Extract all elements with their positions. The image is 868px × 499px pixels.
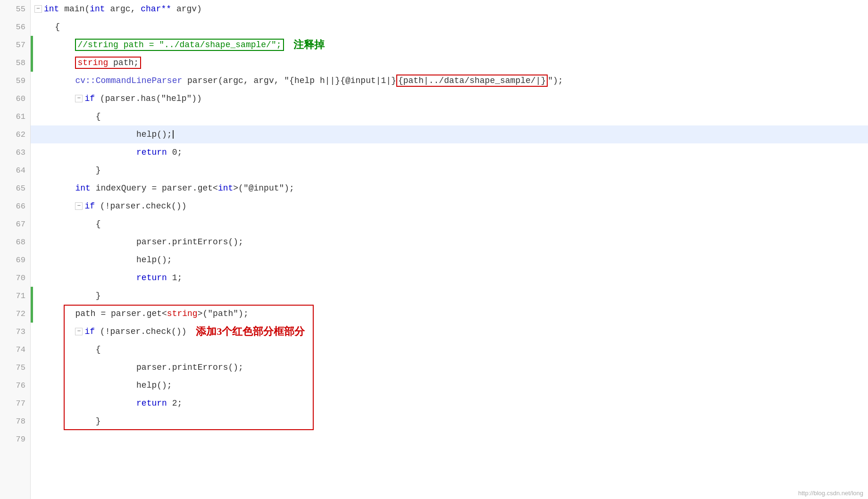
green-bar-58 xyxy=(31,54,33,72)
line-num-61: 61 xyxy=(0,108,30,125)
annotation-red-label: 添加3个红色部分框部分 xyxy=(196,324,305,339)
line-num-75: 75 xyxy=(0,358,30,376)
line-num-69: 69 xyxy=(0,251,30,269)
code-line-60: − if (parser.has("help")) xyxy=(31,90,868,108)
kw-int-55: int xyxy=(44,4,59,14)
line-num-78: 78 xyxy=(0,412,30,430)
main-sig: main( xyxy=(64,4,90,14)
code-line-59: cv::CommandLineParser parser(argc, argv,… xyxy=(31,72,868,90)
fold-icon-73[interactable]: − xyxy=(75,328,83,335)
code-line-56: { xyxy=(31,18,868,36)
line-num-58: 58 xyxy=(0,54,30,72)
code-container: 55 56 57 58 59 60 61 62 63 64 65 66 67 6… xyxy=(0,0,868,499)
code-line-69: help(); xyxy=(31,251,868,269)
code-line-78: } xyxy=(31,412,868,430)
line-num-73: 73 xyxy=(0,323,30,341)
green-bar-57 xyxy=(31,36,33,54)
red-block-container: path = parser.get<string>("path"); − if … xyxy=(31,305,868,430)
cursor-62 xyxy=(173,130,174,139)
code-line-58: string path; xyxy=(31,54,868,72)
code-line-61: { xyxy=(31,108,868,125)
line-num-76: 76 xyxy=(0,376,30,394)
code-line-74: { xyxy=(31,341,868,358)
comment-box-57: //string path = "../data/shape_sample/"; xyxy=(75,39,284,51)
code-line-72: path = parser.get<string>("path"); xyxy=(31,305,868,323)
code-line-64: } xyxy=(31,161,868,179)
green-bar-71 xyxy=(31,287,33,305)
code-line-77: return 2; xyxy=(31,394,868,412)
watermark: http://blog.csdn.net/long xyxy=(798,490,863,497)
code-line-73: − if (!parser.check()) 添加3个红色部分框部分 xyxy=(31,323,868,341)
line-num-57: 57 xyxy=(0,36,30,54)
line-num-70: 70 xyxy=(0,269,30,287)
line-num-65: 65 xyxy=(0,179,30,197)
fold-icon-55[interactable]: − xyxy=(34,5,42,13)
line-num-60: 60 xyxy=(0,90,30,108)
code-line-70: return 1; xyxy=(31,269,868,287)
code-area: − int main(int argc, char** argv) { //st… xyxy=(31,0,868,499)
code-line-76: help(); xyxy=(31,376,868,394)
path-inline-box: {path|../data/shape_sample/|} xyxy=(396,75,548,87)
line-num-55: 55 xyxy=(0,0,30,18)
line-num-77: 77 xyxy=(0,394,30,412)
line-num-63: 63 xyxy=(0,143,30,161)
code-line-63: return 0; xyxy=(31,143,868,161)
string-path-box: string path; xyxy=(75,57,141,69)
line-numbers: 55 56 57 58 59 60 61 62 63 64 65 66 67 6… xyxy=(0,0,31,499)
line-num-59: 59 xyxy=(0,72,30,90)
code-line-68: parser.printErrors(); xyxy=(31,233,868,251)
fold-icon-60[interactable]: − xyxy=(75,95,83,102)
code-line-66: − if (!parser.check()) xyxy=(31,197,868,215)
annotation-comment: 注释掉 xyxy=(293,38,325,52)
code-line-62: help(); xyxy=(31,125,868,143)
code-line-57: //string path = "../data/shape_sample/";… xyxy=(31,36,868,54)
line-num-68: 68 xyxy=(0,233,30,251)
code-line-55: − int main(int argc, char** argv) xyxy=(31,0,868,18)
line-num-56: 56 xyxy=(0,18,30,36)
green-bar-72 xyxy=(31,305,33,323)
line-num-66: 66 xyxy=(0,197,30,215)
line-num-67: 67 xyxy=(0,215,30,233)
line-num-62: 62 xyxy=(0,125,30,143)
line-num-71: 71 xyxy=(0,287,30,305)
code-line-67: { xyxy=(31,215,868,233)
fold-icon-66[interactable]: − xyxy=(75,202,83,210)
code-line-65: int indexQuery = parser.get<int>("@input… xyxy=(31,179,868,197)
code-line-75: parser.printErrors(); xyxy=(31,358,868,376)
line-num-74: 74 xyxy=(0,341,30,358)
code-line-71: } xyxy=(31,287,868,305)
code-line-79 xyxy=(31,430,868,448)
line-num-79: 79 xyxy=(0,430,30,448)
line-num-72: 72 xyxy=(0,305,30,323)
line-num-64: 64 xyxy=(0,161,30,179)
